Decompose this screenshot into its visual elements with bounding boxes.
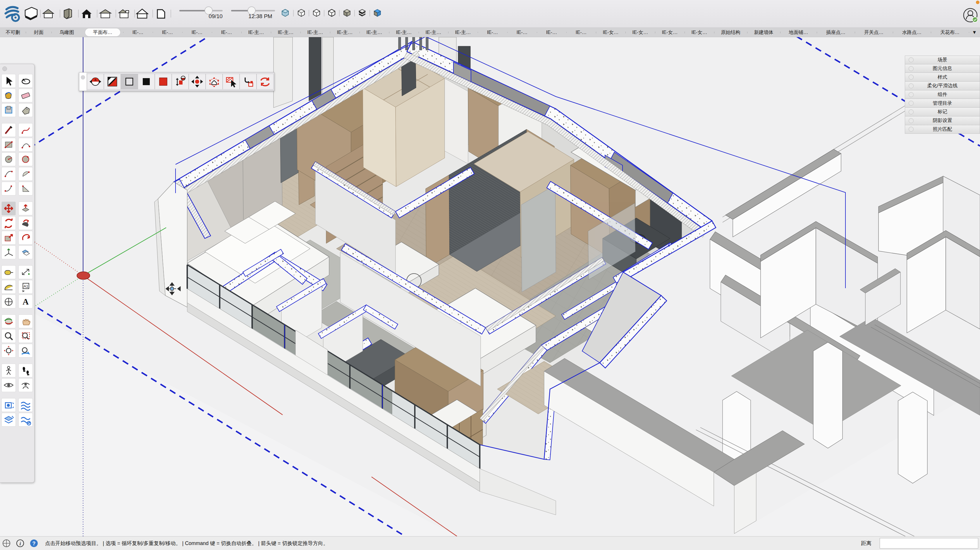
svg-text:09/10: 09/10	[208, 13, 223, 19]
svg-text:12:38 PM: 12:38 PM	[248, 13, 272, 19]
svg-text:A1: A1	[24, 284, 28, 288]
svg-text:A: A	[94, 78, 97, 82]
svg-text:A: A	[22, 297, 29, 306]
svg-text:i: i	[20, 541, 21, 547]
svg-text:?: ?	[32, 540, 36, 547]
